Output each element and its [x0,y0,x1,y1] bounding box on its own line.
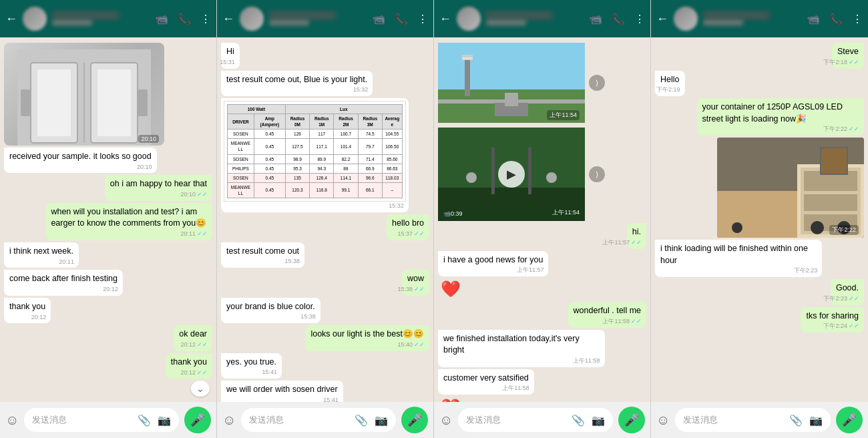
more-icon-1[interactable]: ⋮ [200,13,211,25]
msg-received-2: i think next week. 20:11 [4,242,79,268]
contact-status-4 [703,20,743,25]
header-info-2 [269,12,367,25]
panel-2: ← 📹 📞 ⋮ Hi 15:31 test result come out, B… [217,0,434,438]
header-info-4 [703,12,801,25]
more-icon-3[interactable]: ⋮ [634,13,645,25]
phone-icon-2[interactable]: 📞 [395,13,408,25]
header-icons-2: 📹 📞 ⋮ [372,13,428,25]
msg-received-4: thank you 20:12 [4,298,51,324]
attach-icon-2[interactable]: 📎 [355,414,368,427]
svg-rect-29 [821,148,847,174]
camera-icon-4[interactable]: 📷 [809,414,823,427]
chat-header-3: ← 📹 📞 ⋮ [434,0,650,37]
svg-point-33 [732,222,742,233]
truck-image-1: 下午2:22 [717,138,864,238]
mic-button-1[interactable]: 🎤 [184,407,211,433]
msg-sent-3: ok dear 20:12✓✓ [174,325,212,351]
phone-icon-1[interactable]: 📞 [178,13,191,25]
play-button-1[interactable]: ▶ [498,161,525,188]
input-field-4[interactable]: 发送消息 📎 📷 [675,408,831,432]
emoji-button-3[interactable]: ☺ [439,413,453,428]
chat-area-1: 20:10 received your sample. it looks so … [0,37,216,402]
street-image-container: 上午11:54 ⟩ [438,43,585,123]
back-icon-1[interactable]: ← [5,12,17,26]
svg-rect-6 [21,89,31,116]
back-icon-2[interactable]: ← [222,12,234,26]
camera-icon-3[interactable]: 📷 [592,414,605,427]
scroll-down-1[interactable]: ⌄ [191,381,210,397]
street-image-1: 上午11:54 [438,43,585,123]
input-field-3[interactable]: 发送消息 📎 📷 [458,408,613,432]
header-icons-1: 📹 📞 ⋮ [155,13,211,25]
mic-button-3[interactable]: 🎤 [618,407,645,433]
contact-name-4 [703,12,770,19]
msg-received-1: received your sample. it looks so good 2… [4,148,157,174]
msg-sent-4: thank you 20:12✓✓ [166,353,212,379]
camera-icon-2[interactable]: 📷 [375,414,388,427]
msg-p4-7: tks for sharing 下午2:24✓✓ [801,307,864,333]
emoji-button-4[interactable]: ☺ [656,413,670,428]
msg-p2-7: your brand is blue color. 15:38 [221,298,320,324]
contact-status-3 [486,20,526,25]
mic-button-2[interactable]: 🎤 [401,407,428,433]
input-icons-4: 📎 📷 [789,414,823,427]
video-timestamp-1: 上午11:54 [552,208,580,217]
header-icons-4: 📹 📞 ⋮ [807,13,863,25]
phone-icon-3[interactable]: 📞 [612,13,625,25]
back-icon-3[interactable]: ← [439,12,451,26]
panel-1: ← 📹 📞 ⋮ [0,0,217,438]
camera-icon-1[interactable]: 📷 [158,414,171,427]
more-icon-2[interactable]: ⋮ [417,13,428,25]
avatar-3 [457,7,481,31]
msg-p4-2: Hello 下午2:19 [655,71,685,97]
emoji-button-1[interactable]: ☺ [5,413,19,428]
video-placeholder-1[interactable]: ▶ 📹0:39 上午11:54 [438,128,585,221]
video-msg-container: ▶ 📹0:39 上午11:54 ⟩ [438,128,585,221]
svg-rect-4 [97,69,131,136]
input-placeholder-1: 发送消息 [32,414,132,426]
svg-rect-7 [138,89,148,116]
video-icon-3[interactable]: 📹 [589,13,602,25]
attach-icon-3[interactable]: 📎 [572,414,585,427]
video-icon-1[interactable]: 📹 [155,13,168,25]
forward-btn-2[interactable]: ⟩ [589,166,605,182]
avatar-2 [240,7,264,31]
msg-p4-6: Good. 下午2:23✓✓ [831,279,864,305]
test-results-table: 100 Watt Lux DRIVER Amp (Ampere) Radius … [224,101,406,202]
attach-icon-4[interactable]: 📎 [789,414,803,427]
msg-p4-5: i think loading will be finished within … [655,240,822,277]
attach-icon-1[interactable]: 📎 [138,414,151,427]
msg-p3-8: customer very satsified 上午11:58 [438,369,534,395]
truck-image-timestamp: 下午2:22 [829,225,859,235]
contact-status-2 [269,20,309,25]
input-placeholder-2: 发送消息 [249,414,349,426]
chat-header-4: ← 📹 📞 ⋮ [651,0,868,37]
street-image-timestamp: 上午11:54 [547,110,580,120]
video-duration-1: 📹0:39 [443,210,463,217]
msg-p3-3: hi. 上午11:57✓✓ [627,223,646,249]
input-bar-1: ☺ 发送消息 📎 📷 🎤 [0,402,216,438]
contact-status-1 [52,20,92,25]
product-image-1 [4,43,164,146]
forward-btn-1[interactable]: ⟩ [589,75,605,91]
input-field-2[interactable]: 发送消息 📎 📷 [241,408,396,432]
input-bar-4: ☺ 发送消息 📎 📷 🎤 [651,402,868,438]
msg-p2-8: looks our light is the best😊😊 15:40✓✓ [305,325,429,351]
video-icon-2[interactable]: 📹 [372,13,385,25]
svg-point-31 [811,221,824,234]
more-icon-4[interactable]: ⋮ [852,13,863,25]
chat-header-1: ← 📹 📞 ⋮ [0,0,216,37]
msg-p2-5: test result come out 15:38 [221,242,304,268]
video-icon-4[interactable]: 📹 [807,13,820,25]
svg-rect-27 [804,194,857,211]
phone-icon-4[interactable]: 📞 [829,13,843,25]
back-icon-4[interactable]: ← [656,12,668,26]
mic-button-4[interactable]: 🎤 [836,407,863,433]
input-bar-3: ☺ 发送消息 📎 📷 🎤 [434,402,650,438]
emoji-button-2[interactable]: ☺ [222,413,236,428]
contact-name-2 [269,12,336,19]
msg-p2-10: we will order with sosen driver 15:41 [221,381,343,402]
input-field-1[interactable]: 发送消息 📎 📷 [24,408,179,432]
msg-p2-9: yes. you true. 15:41 [221,353,282,379]
input-bar-2: ☺ 发送消息 📎 📷 🎤 [217,402,433,438]
